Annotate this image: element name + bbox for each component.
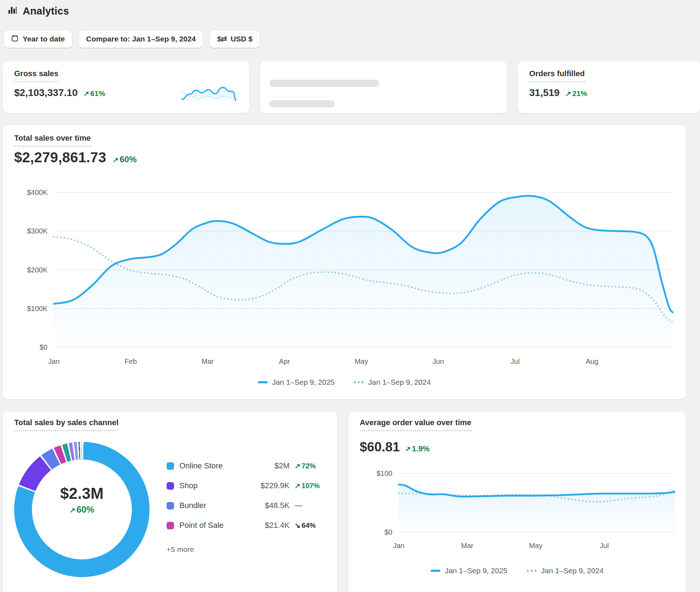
- point-of-sale-swatch: [167, 522, 174, 529]
- gross-sales-sparkline[interactable]: [180, 83, 237, 104]
- aov-title[interactable]: Average order value over time: [360, 418, 471, 431]
- orders-fulfilled-delta: ↗ 21%: [565, 89, 587, 98]
- total-sales-chart[interactable]: $0$100K$200K$300K$400KJanFebMarAprMayJun…: [14, 182, 674, 374]
- bar-chart-icon: [7, 5, 18, 17]
- legend-item-2025: Jan 1–Sep 9, 2025: [258, 378, 335, 387]
- channel-row-online-store: Online Store $2M ↗ 72%: [167, 456, 324, 476]
- aov-card: Average order value over time $60.81 ↗ 1…: [348, 412, 686, 592]
- svg-text:Jun: Jun: [432, 357, 444, 365]
- trend-down-icon: ↘: [295, 521, 301, 530]
- channel-row-shop: Shop $229.9K ↗ 107%: [167, 476, 324, 496]
- gross-sales-title[interactable]: Gross sales: [14, 69, 58, 82]
- gross-sales-value: $2,103,337.10: [14, 87, 78, 98]
- channel-row-bundler: Bundler $48.5K —: [167, 496, 324, 515]
- bottom-cards-row: Total sales by sales channel $2.3M ↗ 60%: [3, 412, 700, 592]
- donut-center-value: $2.3M: [60, 485, 103, 502]
- svg-text:$0: $0: [40, 343, 47, 351]
- date-range-label: Year to date: [23, 35, 65, 43]
- svg-text:Aug: Aug: [586, 357, 598, 365]
- svg-text:$400K: $400K: [27, 188, 47, 196]
- aov-chart[interactable]: $0$100JanMarMayJul: [360, 459, 680, 554]
- svg-text:Mar: Mar: [461, 542, 474, 549]
- svg-text:Jul: Jul: [600, 542, 609, 549]
- trend-up-icon: ↗: [83, 89, 89, 98]
- total-sales-card: Total sales over time $2,279,861.73 ↗ 60…: [3, 125, 686, 399]
- total-sales-title[interactable]: Total sales over time: [14, 134, 91, 147]
- toolbar: Year to date Compare to: Jan 1–Sep 9, 20…: [4, 30, 700, 48]
- aov-value: $60.81: [360, 440, 400, 455]
- sales-channel-card: Total sales by sales channel $2.3M ↗ 60%: [3, 412, 337, 592]
- orders-fulfilled-card: Orders fulfilled 31,519 ↗ 21%: [518, 61, 700, 113]
- solid-series-swatch: [258, 381, 268, 383]
- donut-center: $2.3M ↗ 60%: [32, 459, 132, 559]
- trend-up-icon: ↗: [295, 481, 301, 490]
- svg-text:Jan: Jan: [393, 542, 404, 549]
- legend-item-2024: Jan 1–Sep 9, 2024: [527, 566, 604, 575]
- sales-channel-title[interactable]: Total sales by sales channel: [14, 418, 118, 431]
- dotted-series-swatch: [527, 570, 537, 572]
- more-channels-link[interactable]: +5 more: [167, 545, 324, 554]
- aov-legend: Jan 1–Sep 9, 2025 Jan 1–Sep 9, 2024: [360, 566, 674, 575]
- metric-cards-row: Gross sales $2,103,337.10 ↗ 61% Orders f…: [3, 61, 700, 113]
- online-store-delta: ↗ 72%: [290, 462, 316, 470]
- currency-label: USD $: [231, 35, 253, 43]
- sales-channel-donut[interactable]: $2.3M ↗ 60%: [14, 442, 150, 577]
- svg-text:May: May: [355, 357, 368, 365]
- bundler-delta: —: [290, 501, 302, 510]
- analytics-page: Analytics Year to date Compare to: Jan 1…: [0, 0, 700, 592]
- gross-sales-delta: ↗ 61%: [83, 89, 105, 98]
- legend-item-2025: Jan 1–Sep 9, 2025: [431, 566, 507, 575]
- svg-text:May: May: [529, 542, 543, 549]
- svg-text:$100: $100: [377, 469, 393, 477]
- currency-button[interactable]: $⇄ USD $: [209, 30, 260, 48]
- total-sales-delta: ↗ 60%: [113, 154, 137, 164]
- solid-series-swatch: [431, 570, 440, 572]
- total-sales-value: $2,279,861.73: [14, 150, 106, 165]
- trend-up-icon: ↗: [69, 506, 75, 514]
- point-of-sale-delta: ↘ 64%: [290, 521, 316, 530]
- channel-row-point-of-sale: Point of Sale $21.4K ↘ 64%: [167, 515, 324, 535]
- trend-up-icon: ↗: [295, 462, 301, 470]
- svg-text:Jul: Jul: [511, 357, 520, 365]
- loading-metric-card: [260, 61, 507, 113]
- svg-text:$100K: $100K: [27, 305, 47, 312]
- currency-swap-icon: $⇄: [217, 35, 226, 43]
- calendar-icon: [11, 34, 19, 44]
- shop-delta: ↗ 107%: [290, 481, 320, 490]
- compare-label: Compare to: Jan 1–Sep 9, 2024: [86, 35, 196, 43]
- gross-sales-card: Gross sales $2,103,337.10 ↗ 61%: [3, 61, 249, 113]
- orders-fulfilled-title[interactable]: Orders fulfilled: [529, 69, 584, 82]
- skeleton-bar: [269, 80, 379, 87]
- trend-up-icon: ↗: [113, 156, 119, 164]
- svg-text:$300K: $300K: [27, 227, 47, 235]
- svg-text:Apr: Apr: [279, 357, 290, 365]
- skeleton-bar: [269, 100, 335, 107]
- orders-fulfilled-value: 31,519: [529, 87, 560, 98]
- svg-text:Jan: Jan: [48, 357, 60, 365]
- date-range-button[interactable]: Year to date: [4, 30, 72, 48]
- trend-up-icon: ↗: [405, 445, 411, 453]
- legend-item-2024: Jan 1–Sep 9, 2024: [354, 378, 431, 387]
- svg-text:Feb: Feb: [125, 357, 137, 365]
- sales-channel-legend: Online Store $2M ↗ 72% Shop $229.9K ↗: [167, 456, 324, 577]
- compare-button[interactable]: Compare to: Jan 1–Sep 9, 2024: [79, 30, 203, 48]
- svg-text:$200K: $200K: [27, 266, 47, 274]
- dotted-series-swatch: [354, 381, 364, 383]
- bundler-swatch: [167, 502, 174, 509]
- total-sales-legend: Jan 1–Sep 9, 2025 Jan 1–Sep 9, 2024: [14, 378, 674, 387]
- page-header: Analytics: [3, 5, 700, 17]
- svg-text:Mar: Mar: [202, 357, 214, 365]
- svg-text:$0: $0: [385, 528, 392, 536]
- aov-delta: ↗ 1.9%: [405, 444, 430, 453]
- online-store-swatch: [167, 462, 174, 470]
- page-title: Analytics: [23, 5, 69, 17]
- donut-center-delta: ↗ 60%: [69, 504, 94, 515]
- trend-up-icon: ↗: [565, 89, 571, 98]
- shop-swatch: [167, 482, 174, 490]
